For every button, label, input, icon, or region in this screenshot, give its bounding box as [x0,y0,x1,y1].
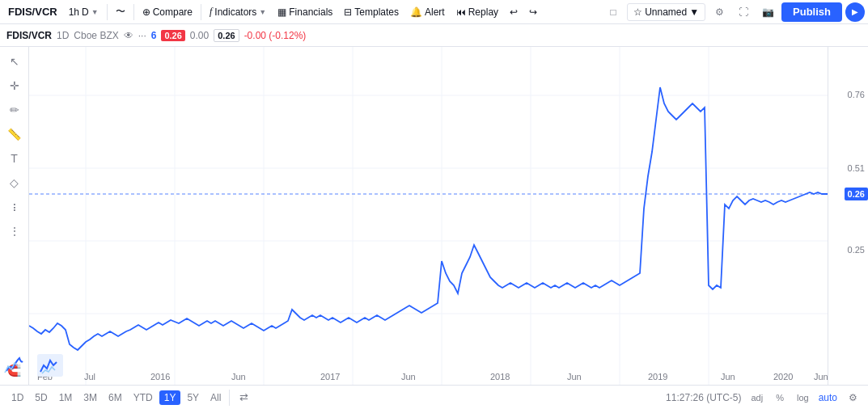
chart-settings-btn[interactable]: ⚙ [844,389,862,407]
toolbar-right: □ ☆ Unnamed ▼ ⚙ ⛶ 📷 Publish ▶ [603,2,865,23]
open-price-badge: 0.26 [161,30,184,41]
text-tool[interactable]: T [3,147,26,170]
ohlc-value: 0.00 [190,30,209,41]
compare-label: Compare [153,6,193,18]
draw-tool[interactable]: ✏ [3,99,26,121]
eye-icon[interactable]: 👁 [124,30,133,41]
close-price-badge: 0.26 [214,29,239,42]
svg-text:Jun: Jun [401,372,416,382]
timeframe-value: 1h [69,6,79,18]
left-toolbar: ↖ ✛ ✏ 📏 T ◇ ⫶ ⋮ 🧲 [0,47,29,385]
sym-exchange: Cboe BZX [74,30,118,41]
shape-tool[interactable]: ◇ [3,171,26,194]
symbol-label[interactable]: FDIS/VCR [3,3,62,20]
alert-btn[interactable]: 🔔 Alert [405,4,450,20]
more-tools[interactable]: ⋮ [3,220,26,242]
settings-btn[interactable]: ⚙ [709,2,730,23]
chart-watermark-icon [3,355,26,377]
play-button[interactable]: ▶ [845,2,865,22]
price-label-076: 0.76 [848,90,865,99]
price-label-051: 0.51 [848,163,865,173]
svg-text:Jun: Jun [231,372,246,382]
indicators-icon: f [210,6,212,18]
main-area: ↖ ✛ ✏ 📏 T ◇ ⫶ ⋮ 🧲 [0,47,868,385]
indicators-btn[interactable]: f Indicators ▼ [205,3,271,20]
timeframe-arrow: ▼ [91,8,99,16]
timeframe-1d[interactable]: 1D [6,390,28,405]
financials-label: Financials [289,6,332,18]
price-change: -0.00 (-0.12%) [244,30,307,41]
indicators-arrow: ▼ [259,8,266,16]
financials-btn[interactable]: ▦ Financials [273,4,337,20]
svg-text:2020: 2020 [773,372,793,382]
undo-btn[interactable]: ↩ [505,4,523,20]
financials-icon: ▦ [277,6,286,18]
symbol-bar: FDIS/VCR 1D Cboe BZX 👁 ··· 6 0.26 0.00 0… [0,24,868,47]
bottom-right: 11:27:26 (UTC-5) adj % log auto ⚙ [666,389,862,407]
svg-text:2018: 2018 [490,372,510,382]
templates-btn[interactable]: ⊟ Templates [339,4,404,20]
chart-type-btn[interactable]: 〜 [111,2,130,21]
bottom-separator-1 [229,390,230,406]
separator-1 [107,4,108,20]
timeframe-ytd[interactable]: YTD [129,390,158,405]
svg-text:Jul: Jul [84,372,95,382]
compare-range-icon[interactable]: ⇄ [233,387,254,408]
log-btn[interactable]: log [794,392,812,403]
timeframe-5y[interactable]: 5Y [182,390,204,405]
timeframe-1y[interactable]: 1Y [159,390,181,405]
fibonacci-tool[interactable]: ⫶ [3,196,26,218]
timeframe-1m[interactable]: 1M [54,390,78,405]
timeframe-6m[interactable]: 6M [104,390,127,405]
timeframe-3m[interactable]: 3M [78,390,102,405]
svg-text:2016: 2016 [150,372,170,382]
star-icon: ☆ [633,6,642,18]
svg-text:Jun: Jun [567,372,582,382]
timeframe-selector[interactable]: 1h D ▼ [64,4,104,20]
svg-text:Jun: Jun [814,372,828,382]
templates-icon: ⊟ [344,6,352,18]
timeframe-type: D [82,6,89,18]
adj-btn[interactable]: adj [747,392,766,403]
compare-icon: ⊕ [142,6,150,18]
unnamed-arrow: ▼ [689,6,699,18]
timestamp: 11:27:26 (UTC-5) [666,392,741,403]
separator-2 [133,4,134,20]
sym-name: FDIS/VCR [6,30,52,41]
right-price-axis: 0.76 0.51 0.25 0.76 0.26 [828,47,868,385]
crosshair-tool[interactable]: ✛ [3,74,26,97]
publish-button[interactable]: Publish [781,2,842,22]
unnamed-layout-btn[interactable]: ☆ Unnamed ▼ [627,3,705,21]
undo-icon: ↩ [510,6,518,18]
current-price-badge: 0.26 [845,188,868,200]
svg-rect-25 [37,354,63,377]
fullscreen-btn[interactable]: ⛶ [733,2,754,23]
templates-label: Templates [354,6,399,18]
top-toolbar: FDIS/VCR 1h D ▼ 〜 ⊕ Compare f Indicators… [0,0,868,24]
separator-3 [201,4,201,20]
chart-container[interactable]: Feb Jul 2016 Jun 2017 Jun 2018 Jun 2019 … [29,47,828,385]
redo-icon: ↪ [529,6,537,18]
snapshot-btn[interactable]: 📷 [757,2,778,23]
unnamed-label: Unnamed [645,6,687,18]
chart-watermark [37,354,63,377]
cursor-tool[interactable]: ↖ [3,50,26,73]
svg-text:2019: 2019 [648,372,667,382]
sym-timeframe: 1D [57,30,69,41]
timeframe-all[interactable]: All [205,390,226,405]
ruler-tool[interactable]: 📏 [3,123,26,145]
redo-btn[interactable]: ↪ [524,4,542,20]
square-btn[interactable]: □ [603,2,624,23]
price-label-025: 0.25 [848,245,865,255]
indicators-label: Indicators [214,6,256,18]
compare-btn[interactable]: ⊕ Compare [138,4,197,20]
percent-btn[interactable]: % [773,392,787,403]
dots-icon[interactable]: ··· [138,30,146,41]
chart-type-icon: 〜 [116,5,125,19]
price-chart: Feb Jul 2016 Jun 2017 Jun 2018 Jun 2019 … [29,47,828,385]
data-count: 6 [151,30,157,41]
auto-btn[interactable]: auto [819,392,837,403]
replay-btn[interactable]: ⏮ Replay [451,4,503,20]
svg-text:2017: 2017 [320,372,340,382]
timeframe-5d[interactable]: 5D [30,390,52,405]
